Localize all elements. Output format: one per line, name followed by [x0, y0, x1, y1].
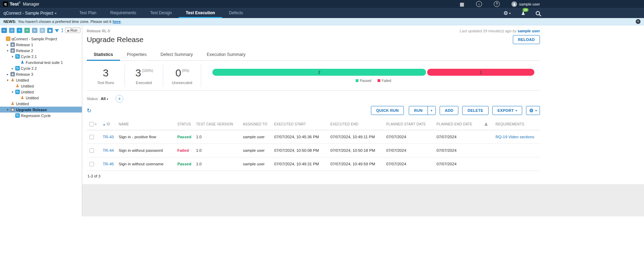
tree-expander-icon[interactable]	[6, 79, 9, 82]
tree-item-untitled[interactable]: Untitled	[0, 77, 82, 83]
tab-statistics[interactable]: Statistics	[87, 50, 120, 61]
tree-node-icon	[15, 66, 20, 71]
nav-tab-label: Test Plan	[79, 10, 96, 15]
settings-menu[interactable]: ⚙ ▾	[503, 10, 510, 16]
grid-settings-button[interactable]: ⚙▾	[526, 106, 540, 115]
col-header-requirements[interactable]: REQUIREMENTS	[493, 118, 540, 130]
tree-expander-icon[interactable]	[6, 108, 9, 112]
assigned-to: sample user	[240, 144, 271, 157]
tree-expander-icon[interactable]	[6, 43, 9, 47]
tree-item-untitled[interactable]: Untitled	[0, 83, 82, 89]
tab-execution-summary[interactable]: Execution Summary	[200, 50, 253, 61]
nav-tab-defects[interactable]: Defects	[222, 8, 250, 18]
col-header-assigned-to[interactable]: ASSIGNED TO	[240, 118, 271, 130]
tree-expander-icon[interactable]	[11, 55, 14, 58]
tree-item-release-1[interactable]: Release 1	[0, 42, 82, 48]
notifications-button[interactable]: ♟ 20	[521, 10, 525, 16]
tree-node-icon	[15, 54, 20, 59]
collapse-all-icon[interactable]: ≡	[40, 28, 45, 33]
test-run-id-link[interactable]: TR-44	[103, 148, 114, 152]
delete-button[interactable]: DELETE	[462, 106, 488, 115]
nav-tab-test-plan[interactable]: Test Plan	[72, 8, 103, 18]
add-button[interactable]: ADD	[440, 106, 459, 115]
tree-item-regression-cycle[interactable]: Regression Cycle	[0, 113, 82, 118]
test-execution-tree-panel: + + + + ≡ ≡ ◆ Run	[0, 25, 82, 216]
test-run-name: Sign in without password	[116, 144, 175, 157]
col-header-executed-start[interactable]: EXECUTED START	[271, 118, 328, 130]
quick-run-button[interactable]: QUICK RUN	[371, 106, 404, 115]
help-icon[interactable]: ?	[494, 1, 500, 7]
tree-item-cycle-2-2[interactable]: Cycle 2.2	[0, 65, 82, 71]
nav-tab-test-design[interactable]: Test Design	[143, 8, 179, 18]
add-test-suite-icon[interactable]: +	[24, 28, 30, 33]
tree-item-untitled[interactable]: Untitled	[0, 95, 82, 101]
close-icon[interactable]: ×	[636, 19, 641, 24]
test-run-id-link[interactable]: TR-43	[103, 135, 114, 139]
nav-tab-test-execution[interactable]: Test Execution	[179, 8, 222, 18]
project-selector[interactable]: qConnect - Sample Project ▾	[3, 8, 56, 18]
table-row-tr-45[interactable]: TR-45 Sign in without username Passed 1.…	[87, 157, 540, 171]
timezone-link[interactable]: here	[113, 19, 121, 24]
tab-defect-summary[interactable]: Defect Summary	[154, 50, 200, 61]
col-header-name[interactable]: NAME	[116, 118, 175, 130]
page-title: Upgrade Release	[87, 35, 143, 44]
user-menu[interactable]: ♟ sample user	[511, 1, 540, 7]
col-header-executed-end[interactable]: EXECUTED END	[328, 118, 383, 130]
data-query-icon[interactable]: ◆	[47, 28, 53, 33]
tree-item-release-3[interactable]: Release 3	[0, 71, 82, 77]
passed-legend-icon	[356, 79, 358, 82]
run-button[interactable]: Run	[65, 27, 80, 33]
table-row-tr-43[interactable]: TR-43 Sign in - positive flow Passed 1.0…	[87, 130, 540, 144]
tree-item-release-2[interactable]: Release 2	[0, 48, 82, 53]
progress-failed-segment: 1	[427, 69, 534, 76]
last-updated-user-link[interactable]: sample user	[518, 29, 540, 33]
add-filter-button[interactable]: +	[116, 95, 123, 102]
export-button[interactable]: EXPORT▾	[492, 106, 522, 115]
run-button[interactable]: RUN	[409, 106, 428, 115]
toggle-view-icon[interactable]	[61, 28, 63, 32]
status-filter-dropdown[interactable]: All ▾	[101, 97, 108, 101]
test-runs-table: ▾ ▲ID NAME STATUS TEST CASE VERSION ASSI…	[87, 118, 540, 171]
col-header-assignee-icon[interactable]: ♟	[481, 118, 493, 130]
row-checkbox[interactable]	[90, 162, 94, 166]
tree-expander-icon[interactable]	[6, 49, 9, 52]
row-checkbox[interactable]	[90, 135, 94, 139]
requirement-link[interactable]: RQ-19 Video sections	[495, 135, 534, 139]
tree-item-upgrade-release[interactable]: Upgrade Release	[0, 107, 82, 113]
test-run-id-link[interactable]: TR-45	[103, 162, 114, 166]
col-header-id[interactable]: ▲ID	[100, 118, 116, 130]
expand-all-icon[interactable]: ≡	[32, 28, 37, 33]
filter-icon[interactable]	[55, 29, 59, 32]
app-grid-icon[interactable]: ▦	[460, 1, 464, 7]
tab-label: Defect Summary	[161, 52, 193, 57]
col-header-planned-start-date[interactable]: PLANNED START DATE	[383, 118, 434, 130]
col-header-test-case-version[interactable]: TEST CASE VERSION	[193, 118, 240, 130]
refresh-icon[interactable]: ↻	[87, 107, 91, 114]
tree-item-cycle-2-1[interactable]: Cycle 2.1	[0, 53, 82, 59]
download-icon[interactable]: ↓	[476, 1, 482, 7]
tree-node-label: Functional test suite 1	[26, 60, 63, 65]
add-test-cycle-icon[interactable]: +	[17, 28, 22, 33]
tree-item-qconnect-sample-project[interactable]: qConnect - Sample Project	[0, 36, 82, 42]
add-release-icon[interactable]: +	[1, 28, 7, 33]
sort-ascending-icon: ▲	[103, 123, 105, 126]
tree-expander-icon[interactable]	[11, 90, 14, 94]
empty-area	[82, 184, 644, 216]
tree-item-functional-test-suite-1[interactable]: Functional test suite 1	[0, 59, 82, 65]
tree-item-untitled[interactable]: Untitled	[0, 89, 82, 95]
nav-tab-requirements[interactable]: Requirements	[103, 8, 143, 18]
run-dropdown-button[interactable]: ▾	[427, 106, 436, 115]
add-build-icon[interactable]: +	[9, 28, 15, 33]
col-header-planned-end-date[interactable]: PLANNED END DATE	[434, 118, 481, 130]
search-icon[interactable]	[536, 11, 540, 15]
chevron-down-icon[interactable]: ▾	[95, 123, 96, 126]
tree-expander-icon[interactable]	[11, 67, 14, 70]
select-all-checkbox[interactable]	[90, 122, 94, 126]
tab-properties[interactable]: Properties	[120, 50, 154, 61]
col-header-status[interactable]: STATUS	[175, 118, 193, 130]
table-row-tr-44[interactable]: TR-44 Sign in without password Failed 1.…	[87, 144, 540, 157]
reload-button[interactable]: RELOAD	[513, 35, 540, 44]
row-checkbox[interactable]	[90, 148, 94, 153]
tree-expander-icon[interactable]	[6, 73, 9, 76]
tree-item-untitled[interactable]: Untitled	[0, 101, 82, 107]
